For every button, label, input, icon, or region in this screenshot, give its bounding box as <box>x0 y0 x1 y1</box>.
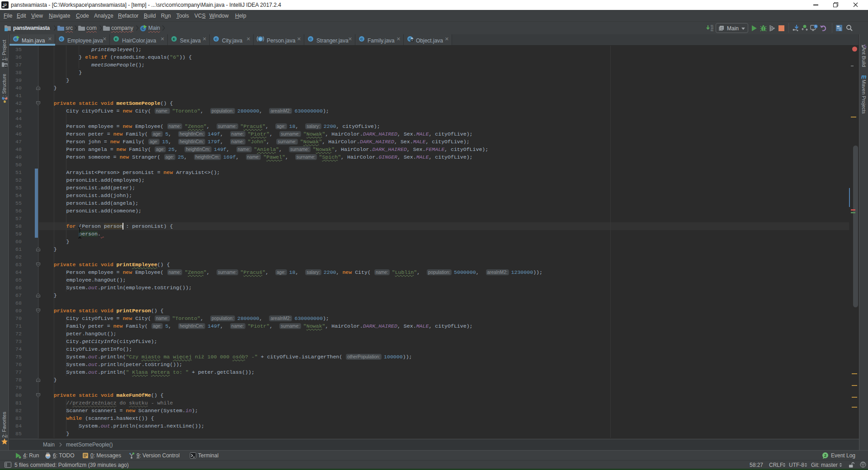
svg-text:2: 2 <box>824 453 826 458</box>
svg-text:C: C <box>721 27 723 30</box>
svg-text:E: E <box>115 37 118 41</box>
svg-text:E: E <box>173 37 175 41</box>
svg-text:C: C <box>215 37 217 41</box>
svg-text:01: 01 <box>711 29 713 32</box>
svg-text:C: C <box>309 37 312 41</box>
svg-text:C: C <box>360 37 363 41</box>
svg-text:C: C <box>259 37 262 41</box>
svg-text:C: C <box>60 37 63 41</box>
